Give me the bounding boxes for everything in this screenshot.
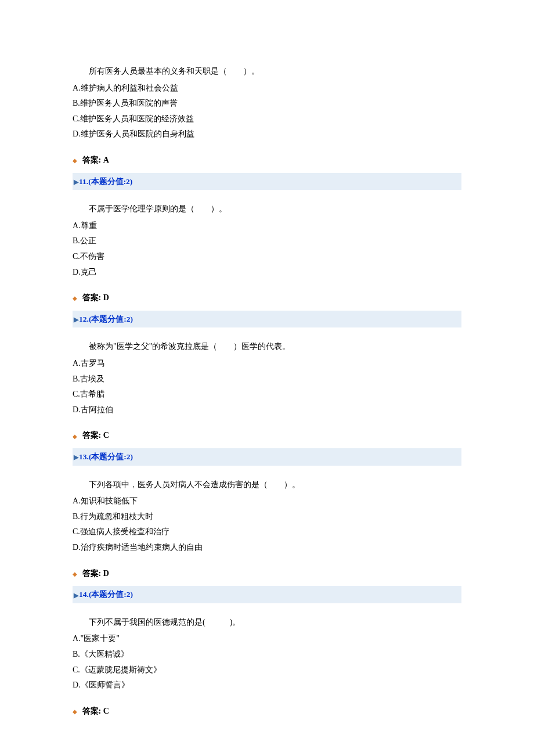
answer-line: ◆ 答案: D xyxy=(73,566,461,582)
option-c: C.维护医务人员和医院的经济效益 xyxy=(73,111,461,127)
arrow-icon: ▶ xyxy=(74,592,78,599)
option-b: B.公正 xyxy=(73,233,461,249)
question-stem: 下列各项中，医务人员对病人不会造成伤害的是（ ）。 xyxy=(73,477,461,493)
header-text: 14.(本题分值:2) xyxy=(79,590,133,599)
option-c: C.不伤害 xyxy=(73,249,461,265)
question-block: 下列各项中，医务人员对病人不会造成伤害的是（ ）。 A.知识和技能低下 B.行为… xyxy=(73,477,461,582)
answer-value: A xyxy=(103,156,109,164)
option-d: D.克己 xyxy=(73,265,461,280)
question-header: ▶14.(本题分值:2) xyxy=(73,586,461,603)
option-a: A.知识和技能低下 xyxy=(73,494,461,509)
option-d: D.维护医务人员和医院的自身利益 xyxy=(73,127,461,142)
question-block: 被称为"医学之父"的希波克拉底是（ ）医学的代表。 A.古罗马 B.古埃及 C.… xyxy=(73,339,461,444)
answer-value: C xyxy=(103,707,109,715)
bullet-icon: ◆ xyxy=(73,568,77,579)
answer-line: ◆ 答案: C xyxy=(73,704,461,719)
answer-value: D xyxy=(103,293,109,302)
bullet-icon: ◆ xyxy=(73,155,77,166)
option-a: A.尊重 xyxy=(73,218,461,234)
question-header: ▶13.(本题分值:2) xyxy=(73,448,461,466)
question-block: 下列不属于我国的医德规范的是( )。 A."医家十要" B.《大医精诚》 C.《… xyxy=(73,615,461,719)
bullet-icon: ◆ xyxy=(73,431,77,442)
question-stem: 所有医务人员最基本的义务和天职是（ ）。 xyxy=(73,64,461,80)
arrow-icon: ▶ xyxy=(74,178,78,185)
option-d: D.《医师誓言》 xyxy=(73,678,461,693)
option-c: C.强迫病人接受检查和治疗 xyxy=(73,524,461,540)
answer-label: 答案: xyxy=(82,569,103,578)
question-stem: 不属于医学伦理学原则的是（ ）。 xyxy=(73,201,461,217)
question-header: ▶12.(本题分值:2) xyxy=(73,311,461,328)
option-b: B.维护医务人员和医院的声誉 xyxy=(73,96,461,111)
bullet-icon: ◆ xyxy=(73,293,77,304)
answer-label: 答案: xyxy=(82,156,103,164)
question-header: ▶11.(本题分值:2) xyxy=(73,173,461,190)
option-a: A.维护病人的利益和社会公益 xyxy=(73,81,461,96)
header-text: 12.(本题分值:2) xyxy=(79,315,133,323)
option-d: D.古阿拉伯 xyxy=(73,402,461,418)
option-a: A."医家十要" xyxy=(73,631,461,647)
option-b: B.《大医精诚》 xyxy=(73,647,461,663)
question-block: 所有医务人员最基本的义务和天职是（ ）。 A.维护病人的利益和社会公益 B.维护… xyxy=(73,64,461,168)
answer-value: C xyxy=(103,431,109,440)
answer-value: D xyxy=(103,569,109,578)
header-text: 11.(本题分值:2) xyxy=(79,177,132,186)
option-a: A.古罗马 xyxy=(73,356,461,372)
bullet-icon: ◆ xyxy=(73,706,77,717)
answer-line: ◆ 答案: A xyxy=(73,153,461,168)
arrow-icon: ▶ xyxy=(74,453,78,460)
option-b: B.行为疏忽和粗枝大时 xyxy=(73,509,461,525)
answer-label: 答案: xyxy=(82,293,103,302)
arrow-icon: ▶ xyxy=(74,316,78,323)
option-d: D.治疗疾病时适当地约束病人的自由 xyxy=(73,540,461,556)
answer-line: ◆ 答案: D xyxy=(73,290,461,306)
option-b: B.古埃及 xyxy=(73,372,461,387)
question-stem: 下列不属于我国的医德规范的是( )。 xyxy=(73,615,461,631)
option-c: C.《迈蒙胧尼提斯祷文》 xyxy=(73,663,461,678)
answer-label: 答案: xyxy=(82,707,103,715)
option-c: C.古希腊 xyxy=(73,387,461,402)
question-block: 不属于医学伦理学原则的是（ ）。 A.尊重 B.公正 C.不伤害 D.克己 ◆ … xyxy=(73,201,461,306)
answer-label: 答案: xyxy=(82,431,103,440)
answer-line: ◆ 答案: C xyxy=(73,428,461,444)
header-text: 13.(本题分值:2) xyxy=(79,452,133,461)
question-stem: 被称为"医学之父"的希波克拉底是（ ）医学的代表。 xyxy=(73,339,461,355)
